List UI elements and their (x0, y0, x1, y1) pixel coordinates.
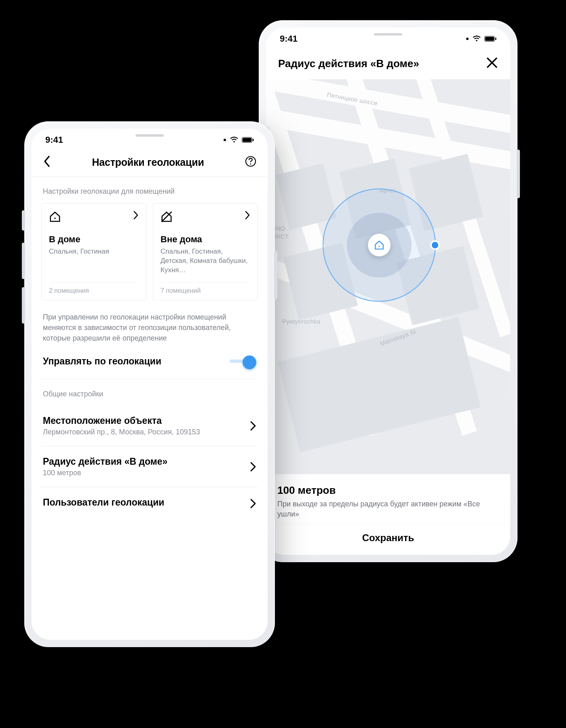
chevron-right-icon (250, 498, 256, 509)
status-time: 9:41 (280, 34, 298, 44)
chevron-right-icon (250, 461, 256, 472)
home-pin[interactable] (368, 234, 391, 256)
section-caption-general: Общие настройки (43, 390, 256, 398)
radius-info-panel: 100 метров При выходе за пределы радиуса… (266, 474, 510, 523)
svg-point-11 (54, 218, 56, 219)
geolocation-toggle[interactable] (230, 356, 256, 367)
chevron-right-icon (133, 211, 139, 220)
map-view[interactable]: Пятницкое шоссе Ярче! INO RICT Pyatyoroc… (266, 79, 510, 474)
row-subtitle: Лермонтовский пр., 8, Москва, Россия, 10… (43, 428, 200, 436)
row-object-location[interactable]: Местоположение объекта Лермонтовский пр.… (41, 406, 258, 447)
close-button[interactable] (486, 57, 498, 70)
card-subtitle: Спальня, Гостиная, Детская, Комната бабу… (161, 247, 250, 276)
volume-up-button (22, 243, 25, 279)
back-button[interactable] (43, 155, 51, 169)
status-icons (466, 36, 496, 42)
radius-description: При выходе за пределы радиуса будет акти… (277, 499, 499, 519)
toggle-knob (243, 356, 256, 369)
save-row: Сохранить (266, 523, 510, 555)
card-subtitle: Спальня, Гостиная (49, 247, 139, 276)
svg-line-12 (162, 212, 172, 222)
status-time: 9:41 (45, 135, 63, 145)
modal-header: Радиус действия «В доме» (266, 50, 510, 79)
chevron-right-icon (245, 211, 250, 220)
card-title: В доме (49, 234, 139, 245)
away-icon (161, 211, 173, 224)
dot-icon (466, 37, 469, 40)
map-label-district: INO (274, 225, 285, 232)
modal-title: Радиус действия «В доме» (278, 57, 419, 70)
row-geolocation-users[interactable]: Пользователи геолокации (41, 487, 258, 519)
close-icon (486, 57, 498, 69)
row-title: Пользователи геолокации (43, 497, 164, 508)
map-block (278, 317, 481, 452)
power-button (274, 251, 277, 299)
help-icon (245, 156, 256, 167)
row-title: Радиус действия «В доме» (43, 456, 167, 467)
mute-switch (22, 210, 25, 231)
geolocation-description: При управлении по геолокации настройки п… (43, 312, 256, 343)
phone-frame-left: 9:41 Настройки геолокации Настройки геол… (24, 121, 275, 647)
card-away[interactable]: Вне дома Спальня, Гостиная, Детская, Ком… (153, 203, 258, 301)
radius-drag-handle[interactable] (432, 242, 438, 248)
radius-value: 100 метров (277, 484, 499, 497)
svg-rect-2 (485, 37, 494, 41)
battery-icon (242, 137, 254, 143)
chevron-left-icon (43, 155, 51, 167)
svg-point-5 (224, 139, 226, 141)
card-at-home[interactable]: В доме Спальня, Гостиная 2 помещения (41, 203, 146, 301)
phone-frame-right: 9:41 Радиус действия «В доме» (259, 20, 517, 562)
help-button[interactable] (245, 156, 256, 169)
wifi-icon (472, 36, 481, 42)
card-footer: 7 помещений (161, 282, 250, 294)
toggle-label: Управлять по геолокации (43, 356, 161, 367)
power-button (517, 150, 520, 198)
svg-point-0 (466, 38, 469, 40)
status-icons (223, 137, 254, 143)
chevron-right-icon (250, 421, 256, 431)
svg-rect-3 (495, 38, 496, 40)
card-title: Вне дома (161, 234, 250, 245)
section-caption-rooms: Настройки геолокации для помещений (43, 187, 256, 196)
mode-cards: В доме Спальня, Гостиная 2 помещения Вне… (41, 203, 258, 301)
save-button[interactable]: Сохранить (362, 532, 414, 543)
home-icon (49, 211, 61, 224)
home-icon (374, 240, 384, 250)
status-bar: 9:41 (32, 129, 268, 151)
svg-point-4 (378, 246, 380, 247)
card-footer: 2 помещения (49, 282, 139, 294)
row-title: Местоположение объекта (43, 415, 200, 426)
svg-rect-7 (243, 138, 251, 142)
status-bar: 9:41 (266, 28, 510, 50)
row-subtitle: 100 метров (43, 469, 167, 477)
map-label-poi: Pyatyorochka (282, 318, 320, 325)
page-title: Настройки геолокации (92, 157, 204, 168)
row-radius[interactable]: Радиус действия «В доме» 100 метров (41, 447, 258, 487)
svg-rect-8 (253, 139, 254, 141)
toggle-row-geolocation: Управлять по геолокации (41, 343, 258, 379)
screen-left: 9:41 Настройки геолокации Настройки геол… (32, 129, 268, 640)
screen-right: 9:41 Радиус действия «В доме» (266, 28, 510, 555)
wifi-icon (230, 137, 239, 143)
battery-icon (484, 36, 496, 42)
nav-bar: Настройки геолокации (32, 151, 268, 177)
volume-down-button (22, 287, 25, 324)
dot-icon (223, 138, 226, 142)
map-block (276, 163, 337, 230)
content-body: Настройки геолокации для помещений В дом… (32, 177, 268, 640)
svg-point-10 (250, 163, 251, 165)
map-label-district: RICT (274, 233, 289, 240)
